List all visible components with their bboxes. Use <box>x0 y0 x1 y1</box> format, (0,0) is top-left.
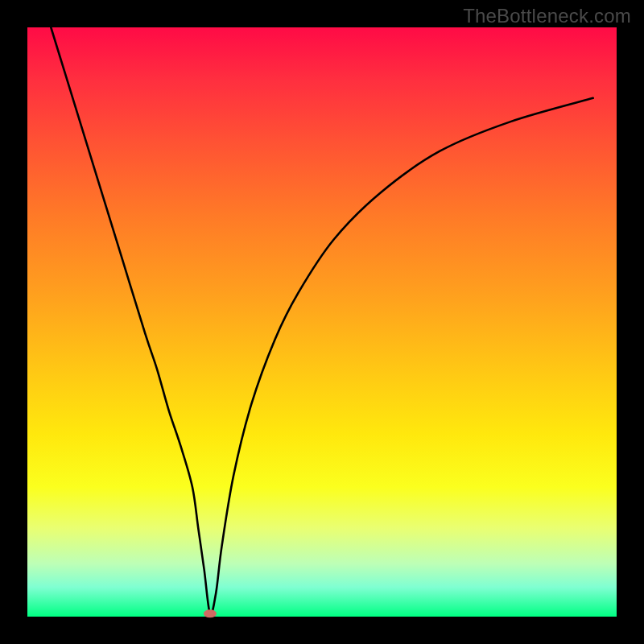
curve-layer <box>27 27 617 617</box>
watermark-text: TheBottleneck.com <box>463 5 631 27</box>
chart-frame: TheBottleneck.com <box>0 0 644 644</box>
plot-area <box>27 27 617 617</box>
bottleneck-curve-path <box>51 27 592 614</box>
optimum-marker <box>204 609 217 617</box>
